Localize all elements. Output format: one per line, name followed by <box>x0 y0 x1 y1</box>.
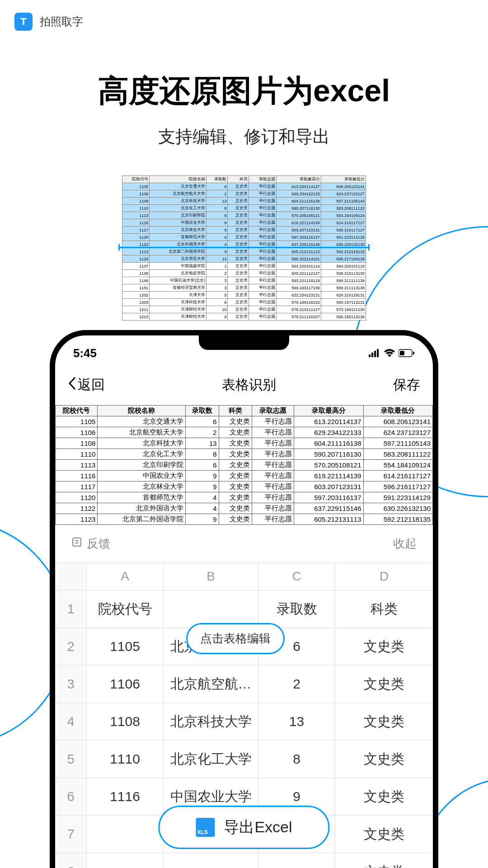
sheet-cell[interactable]: 北京化工大学 <box>164 741 258 778</box>
hero-title: 高度还原图片为excel <box>0 71 488 112</box>
sheet-cell[interactable] <box>164 853 258 868</box>
battery-icon <box>399 346 415 360</box>
svg-rect-5 <box>400 351 404 355</box>
detected-table: 院校代号院校名称录取数科类录取志愿录取最高分录取最低分1105北京交通大学6文史… <box>55 405 433 525</box>
chevron-left-icon <box>68 377 77 393</box>
export-label: 导出Excel <box>224 817 292 838</box>
phone-notch <box>199 335 289 350</box>
app-name: 拍照取字 <box>40 14 83 29</box>
sheet-cell[interactable]: 文史类 <box>335 741 433 778</box>
app-icon: T <box>14 13 33 31</box>
sheet-cell[interactable]: 文史类 <box>335 703 433 740</box>
sheet-cell[interactable]: 1106 <box>87 665 164 703</box>
export-excel-button[interactable]: XLS 导出Excel <box>158 806 329 849</box>
page-title: 表格识别 <box>222 376 276 394</box>
sheet-cell[interactable]: 2 <box>258 665 335 703</box>
edit-hint-bubble: 点击表格编辑 <box>186 623 285 654</box>
sheet-cell[interactable]: 文史类 <box>335 665 433 703</box>
sheet-cell[interactable] <box>164 590 258 627</box>
col-header: C <box>258 563 335 590</box>
app-header: T 拍照取字 <box>0 0 488 43</box>
sheet-cell[interactable]: 院校代号 <box>87 590 164 627</box>
sheet-cell[interactable]: 文史类 <box>335 628 433 665</box>
sheet-cell[interactable]: 1108 <box>87 703 164 740</box>
feedback-icon <box>71 537 82 551</box>
sheet-cell[interactable]: 1110 <box>87 741 164 778</box>
sheet-cell[interactable]: 录取数 <box>258 590 335 627</box>
col-header: A <box>87 563 164 590</box>
svg-rect-1 <box>371 353 373 357</box>
sheet-cell[interactable]: 北京科技大学 <box>164 703 258 740</box>
save-button[interactable]: 保存 <box>393 376 420 394</box>
sheet-cell[interactable]: 1116 <box>87 778 164 815</box>
feedback-row: 反馈 收起 <box>55 525 433 562</box>
svg-rect-0 <box>369 354 371 357</box>
sheet-cell[interactable]: 文史类 <box>335 816 433 853</box>
sheet-cell[interactable]: 1105 <box>87 628 164 665</box>
scan-line <box>118 247 370 248</box>
back-label: 返回 <box>78 376 105 394</box>
back-button[interactable]: 返回 <box>68 376 105 394</box>
sheet-cell[interactable] <box>87 853 164 868</box>
sheet-cell[interactable]: 北京航空航… <box>164 665 258 703</box>
phone-mockup: 5:45 返回 表格识别 保存 院校代号院校名称录取数科类录取志愿录取最高分录取… <box>50 330 438 868</box>
hero-subtitle: 支持编辑、修订和导出 <box>0 125 488 148</box>
sheet-cell[interactable] <box>87 816 164 853</box>
sheet-cell[interactable]: 文史类 <box>335 778 433 815</box>
status-time: 5:45 <box>73 346 97 360</box>
xls-icon: XLS <box>196 818 215 837</box>
feedback-label: 反馈 <box>87 536 110 552</box>
scan-preview: 院校代号院校名称录取数科类录取志愿录取最高分录取最低分1105北京交通大学6文史… <box>122 175 366 321</box>
feedback-button[interactable]: 反馈 <box>71 536 110 552</box>
sheet-cell[interactable] <box>258 853 335 868</box>
sheet-cell[interactable]: 8 <box>258 741 335 778</box>
sheet-cell[interactable]: 科类 <box>335 590 433 627</box>
svg-rect-2 <box>374 351 376 357</box>
collapse-button[interactable]: 收起 <box>393 536 417 552</box>
svg-rect-3 <box>377 349 379 357</box>
col-header: B <box>164 563 258 590</box>
signal-icon <box>369 346 380 360</box>
svg-rect-7 <box>73 538 81 546</box>
nav-bar: 返回 表格识别 保存 <box>55 365 433 405</box>
wifi-icon <box>384 346 395 360</box>
sheet-cell[interactable]: 13 <box>258 703 335 740</box>
sheet-cell[interactable]: 文史类 <box>335 853 433 868</box>
col-header: D <box>335 563 433 590</box>
svg-rect-6 <box>413 352 414 354</box>
